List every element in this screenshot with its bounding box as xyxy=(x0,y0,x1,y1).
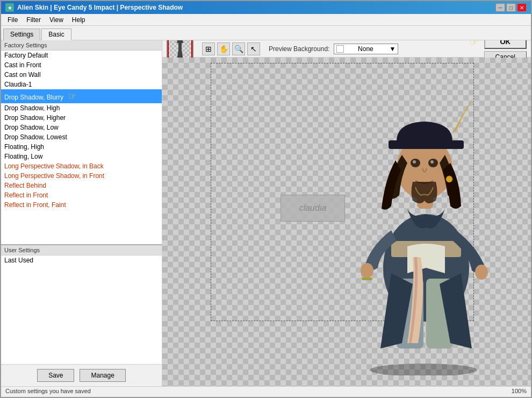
menu-help[interactable]: Help xyxy=(68,15,90,25)
list-item-claudia-1[interactable]: Claudia-1 xyxy=(1,80,162,89)
zoom-level: 100% xyxy=(512,388,527,396)
tabs-bar: Settings Basic xyxy=(1,26,531,40)
menu-view[interactable]: View xyxy=(45,15,68,25)
list-item-drop-shadow-higher[interactable]: Drop Shadow, Higher xyxy=(1,113,162,123)
minimize-button[interactable]: ─ xyxy=(495,3,505,12)
user-settings-header: User Settings xyxy=(1,245,162,255)
main-content: Factory Settings Factory Default Cast in… xyxy=(1,40,531,386)
close-button[interactable]: ✕ xyxy=(517,3,527,12)
right-panel: ⊞ ✋ 🔍 ↖ Preview Background: None ▼ ☞ OK xyxy=(162,40,531,386)
list-item-reflect-front-faint[interactable]: Reflect in Front, Faint xyxy=(1,200,162,210)
toolbar-icons: ⊞ ✋ 🔍 ↖ xyxy=(202,42,260,55)
list-item-floating-high[interactable]: Floating, High xyxy=(1,142,162,152)
tab-settings[interactable]: Settings xyxy=(3,29,40,40)
preview-toolbar: ⊞ ✋ 🔍 ↖ Preview Background: None ▼ ☞ OK xyxy=(162,40,531,58)
dropdown-arrow-icon: ▼ xyxy=(389,45,396,53)
window-title: Alien Skin | Eye Candy 5 Impact | Perspe… xyxy=(17,4,183,11)
zoom-in-icon[interactable]: 🔍 xyxy=(232,42,245,55)
svg-rect-7 xyxy=(362,278,372,280)
list-item-reflect-front[interactable]: Reflect in Front xyxy=(1,190,162,200)
ok-hand-cursor-icon: ☞ xyxy=(469,40,479,48)
hand-cursor-icon: ☞ xyxy=(68,91,77,102)
claudia-watermark: claudia xyxy=(281,195,345,222)
save-button[interactable]: Save xyxy=(37,369,74,382)
list-item-cast-on-wall[interactable]: Cast on Wall xyxy=(1,70,162,80)
preview-bg-value: None xyxy=(358,45,373,53)
factory-settings-header: Factory Settings xyxy=(1,40,162,51)
list-item-long-front[interactable]: Long Perspective Shadow, in Front xyxy=(1,171,162,181)
bottom-buttons: Save Manage xyxy=(1,364,162,386)
select-icon[interactable]: ↖ xyxy=(247,42,260,55)
svg-rect-11 xyxy=(389,140,464,149)
main-window: ★ Alien Skin | Eye Candy 5 Impact | Pers… xyxy=(0,0,532,398)
list-item-drop-shadow-high[interactable]: Drop Shadow, High xyxy=(1,103,162,113)
preview-bg-select[interactable]: None ▼ xyxy=(334,44,398,54)
menu-file[interactable]: File xyxy=(3,15,22,25)
preview-area: claudia xyxy=(162,58,531,386)
factory-settings-section: Factory Settings Factory Default Cast in… xyxy=(1,40,162,245)
title-bar-left: ★ Alien Skin | Eye Candy 5 Impact | Pers… xyxy=(5,3,183,12)
list-item-drop-shadow-lowest[interactable]: Drop Shadow, Lowest xyxy=(1,132,162,142)
status-bar: Custom settings you have saved 100% xyxy=(1,386,531,397)
tab-basic[interactable]: Basic xyxy=(41,29,71,40)
pirate-svg xyxy=(337,58,520,375)
list-item-floating-low[interactable]: Floating, Low xyxy=(1,152,162,161)
svg-point-14 xyxy=(413,160,416,164)
menu-bar: File Filter View Help xyxy=(1,14,531,26)
user-settings-list[interactable]: Last Used xyxy=(1,255,162,364)
svg-point-16 xyxy=(446,176,452,182)
left-panel: Factory Settings Factory Default Cast in… xyxy=(1,40,162,386)
ok-button[interactable]: OK xyxy=(484,40,527,49)
list-item-drop-shadow-low[interactable]: Drop Shadow, Low xyxy=(1,123,162,132)
status-message: Custom settings you have saved xyxy=(5,388,91,396)
ok-area: ☞ OK xyxy=(484,40,527,49)
manage-button[interactable]: Manage xyxy=(80,369,125,382)
list-item-last-used[interactable]: Last Used xyxy=(1,255,162,265)
title-bar: ★ Alien Skin | Eye Candy 5 Impact | Pers… xyxy=(1,1,531,14)
list-item-reflect-behind[interactable]: Reflect Behind xyxy=(1,181,162,190)
list-item-factory-default[interactable]: Factory Default xyxy=(1,51,162,60)
title-controls[interactable]: ─ □ ✕ xyxy=(495,3,527,12)
bg-color-swatch xyxy=(336,45,344,53)
list-item-cast-in-front[interactable]: Cast in Front xyxy=(1,60,162,70)
list-item-long-back[interactable]: Long Perspective Shadow, in Back xyxy=(1,161,162,171)
pirate-figure xyxy=(337,58,520,375)
svg-point-15 xyxy=(430,160,434,164)
user-settings-section: User Settings Last Used xyxy=(1,245,162,364)
factory-settings-list[interactable]: Factory Default Cast in Front Cast on Wa… xyxy=(1,51,162,244)
maximize-button[interactable]: □ xyxy=(506,3,516,12)
svg-point-0 xyxy=(370,364,477,375)
pan-icon[interactable]: ✋ xyxy=(217,42,230,55)
menu-filter[interactable]: Filter xyxy=(22,15,45,25)
svg-point-8 xyxy=(475,265,488,280)
list-item-drop-shadow-blurry[interactable]: Drop Shadow, Blurry ☞ xyxy=(1,89,162,103)
app-icon: ★ xyxy=(5,3,14,12)
svg-point-5 xyxy=(361,263,373,278)
preview-bg-label: Preview Background: xyxy=(269,45,329,53)
zoom-fit-icon[interactable]: ⊞ xyxy=(202,42,215,55)
